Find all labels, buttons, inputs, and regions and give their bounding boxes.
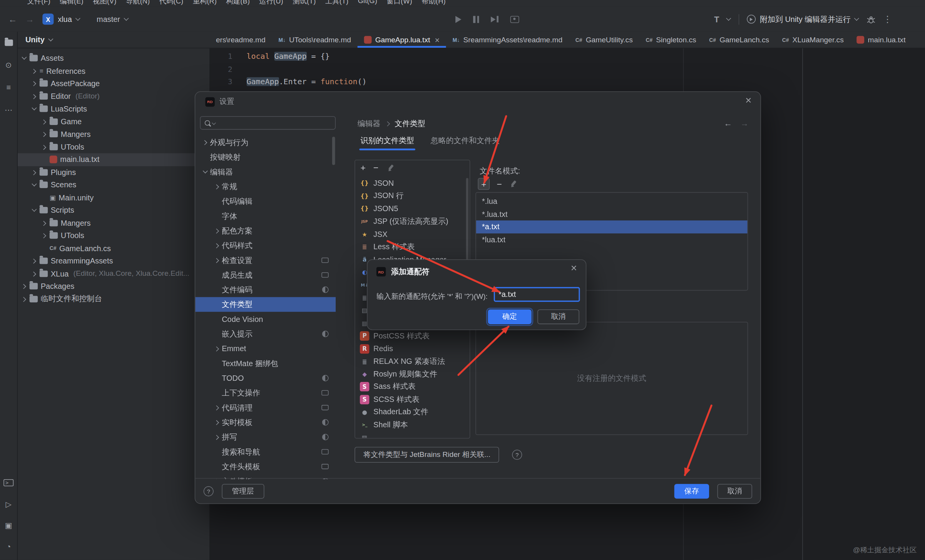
- project-tree-item[interactable]: Main.unity: [18, 191, 209, 204]
- settings-tree-item[interactable]: 文件编码: [195, 282, 336, 297]
- menu-item[interactable]: 帮助(H): [422, 0, 445, 7]
- settings-tree-item[interactable]: 成员生成: [195, 268, 336, 282]
- more-tools-icon[interactable]: ⋯: [2, 103, 15, 116]
- branch-widget[interactable]: master: [97, 15, 128, 23]
- debug-icon[interactable]: [866, 15, 875, 23]
- settings-tree-item[interactable]: 搜索和导航: [195, 445, 336, 459]
- project-tree-item[interactable]: UTools: [18, 229, 209, 242]
- file-type-item[interactable]: {}JSON 行: [355, 190, 470, 202]
- settings-search-input[interactable]: [218, 118, 335, 128]
- menu-item[interactable]: 工具(T): [325, 0, 348, 7]
- menu-item[interactable]: 代码(C): [159, 0, 183, 7]
- chevron-right-icon[interactable]: [31, 81, 37, 86]
- chevron-right-icon[interactable]: [31, 258, 37, 264]
- menu-item[interactable]: 窗口(W): [386, 0, 412, 7]
- project-panel-header[interactable]: Unity: [18, 32, 209, 48]
- settings-tree-item[interactable]: 配色方案: [195, 223, 336, 238]
- code-line[interactable]: 2: [210, 63, 925, 75]
- project-tree-item[interactable]: Scenes: [18, 178, 209, 191]
- close-icon[interactable]: [571, 262, 577, 275]
- pattern-item[interactable]: *.lua: [476, 195, 748, 208]
- project-tree-item[interactable]: Assets: [18, 52, 209, 65]
- chevron-right-icon[interactable]: [214, 420, 219, 425]
- menu-item[interactable]: Git(G): [358, 0, 377, 7]
- menu-item[interactable]: 构建(B): [226, 0, 249, 7]
- chevron-right-icon[interactable]: [31, 271, 37, 277]
- chevron-right-icon[interactable]: [214, 243, 219, 248]
- project-tree-item[interactable]: main.lua.txt: [18, 153, 209, 166]
- settings-tree-item[interactable]: 外观与行为: [195, 135, 336, 150]
- settings-back-button[interactable]: [724, 118, 732, 128]
- chevron-right-icon[interactable]: [31, 93, 37, 99]
- settings-tree-item[interactable]: 上下文操作: [195, 385, 336, 400]
- forward-button[interactable]: [25, 14, 34, 24]
- settings-tree-item[interactable]: 文件类型: [195, 297, 336, 312]
- help-icon[interactable]: [512, 450, 522, 460]
- chevron-right-icon[interactable]: [31, 68, 37, 73]
- settings-tree-item[interactable]: 代码样式: [195, 238, 336, 253]
- wildcard-input[interactable]: [494, 287, 580, 302]
- project-tree-item[interactable]: Scripts: [18, 204, 209, 217]
- text-tool-icon[interactable]: T: [714, 15, 719, 24]
- file-type-item[interactable]: ★JSX: [355, 228, 470, 240]
- project-tree-item[interactable]: Packages: [18, 280, 209, 293]
- project-tree-item[interactable]: Editor(Editor): [18, 90, 209, 103]
- editor-tab[interactable]: UTools\readme.md: [272, 32, 358, 48]
- project-tree-item[interactable]: UTools: [18, 141, 209, 153]
- chevron-down-icon[interactable]: [21, 55, 27, 61]
- editor-tab[interactable]: XLuaManger.cs: [776, 32, 850, 48]
- menu-item[interactable]: 导航(N): [126, 0, 150, 7]
- settings-search-field[interactable]: [200, 116, 336, 130]
- menu-item[interactable]: 文件(F): [27, 0, 50, 7]
- project-tree-item[interactable]: LuaScripts: [18, 103, 209, 115]
- settings-tree-item[interactable]: 嵌入提示: [195, 327, 336, 341]
- file-type-item[interactable]: {}JSON: [355, 177, 470, 190]
- file-type-item[interactable]: ▥: [355, 432, 470, 438]
- edit-file-type-icon[interactable]: [386, 164, 393, 171]
- chevron-right-icon[interactable]: [214, 434, 219, 440]
- chevron-right-icon[interactable]: [202, 140, 208, 145]
- settings-tree-item[interactable]: 字体: [195, 209, 336, 223]
- run-icon[interactable]: [455, 16, 461, 23]
- editor-tab[interactable]: GameApp.lua.txt: [358, 32, 446, 48]
- run-tool-icon[interactable]: ▷: [2, 497, 15, 510]
- file-type-item[interactable]: ◆Roslyn 规则集文件: [355, 368, 470, 380]
- code-line[interactable]: 1local GameApp = {}: [210, 50, 925, 63]
- terminal-icon[interactable]: >_: [2, 476, 15, 489]
- console-tool-icon[interactable]: ▣: [2, 519, 15, 532]
- menu-item[interactable]: 测试(T): [293, 0, 316, 7]
- manage-button[interactable]: 管理层: [222, 483, 264, 498]
- associate-file-types-button[interactable]: 将文件类型与 JetBrains Rider 相关联...: [355, 447, 499, 463]
- chevron-right-icon[interactable]: [21, 284, 27, 289]
- chevron-down-icon[interactable]: [202, 169, 208, 175]
- code-line[interactable]: 3GameApp.Enter = function(): [210, 75, 925, 88]
- chevron-right-icon[interactable]: [214, 228, 219, 233]
- editor-tab[interactable]: main.lua.txt: [850, 32, 912, 48]
- file-type-item[interactable]: PPostCSS 样式表: [355, 330, 470, 342]
- breadcrumb-parent[interactable]: 编辑器: [358, 118, 381, 129]
- editor-tab[interactable]: GameUtility.cs: [569, 32, 639, 48]
- project-tree-item[interactable]: 临时文件和控制台: [18, 293, 209, 305]
- more-options-icon[interactable]: ⋮: [883, 14, 892, 25]
- chevron-right-icon[interactable]: [214, 184, 219, 189]
- attach-process-icon[interactable]: [510, 16, 519, 23]
- chevron-right-icon[interactable]: [214, 346, 219, 352]
- chevron-right-icon[interactable]: [41, 233, 47, 238]
- file-type-item[interactable]: ●ShaderLab 文件: [355, 406, 470, 418]
- editor-tab[interactable]: SreammingAssets\readme.md: [446, 32, 569, 48]
- settings-tree-item[interactable]: 实时模板: [195, 415, 336, 430]
- save-button[interactable]: 保存: [674, 483, 709, 498]
- commit-tool-icon[interactable]: ⊙: [2, 58, 15, 72]
- editor-tab[interactable]: Singleton.cs: [639, 32, 703, 48]
- chevron-right-icon[interactable]: [214, 258, 219, 263]
- settings-tree-item[interactable]: 检查设置: [195, 253, 336, 267]
- file-type-item[interactable]: ≣Less 样式表: [355, 240, 470, 253]
- file-type-item[interactable]: >_Shell 脚本: [355, 419, 470, 432]
- settings-tree-scrollbar[interactable]: [332, 137, 335, 165]
- file-type-item[interactable]: {}JSON5: [355, 202, 470, 215]
- settings-tree-item[interactable]: 编辑器: [195, 165, 336, 179]
- project-tree-item[interactable]: SreammingAssets: [18, 255, 209, 267]
- chevron-right-icon[interactable]: [41, 144, 47, 150]
- settings-tree-item[interactable]: 拼写: [195, 430, 336, 444]
- settings-tree-item[interactable]: TODO: [195, 371, 336, 385]
